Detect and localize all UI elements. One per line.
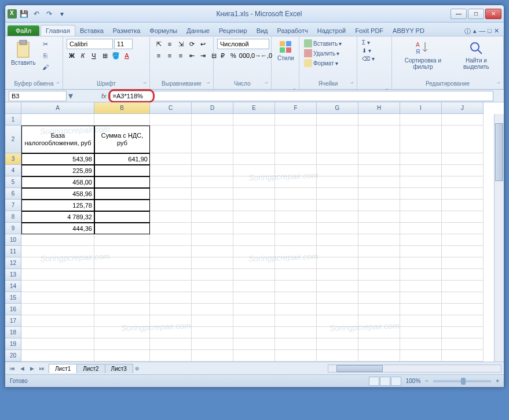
cell-C3[interactable] (150, 153, 192, 165)
cell-A15[interactable] (21, 292, 94, 304)
cell-B14[interactable] (94, 281, 150, 292)
cell-I19[interactable] (400, 338, 442, 350)
cell-D10[interactable] (192, 234, 233, 246)
cell-H16[interactable] (358, 304, 400, 315)
cell-A1[interactable] (21, 114, 94, 126)
cell-F7[interactable] (275, 200, 317, 211)
tab-view[interactable]: Вид (252, 25, 273, 36)
cell-J4[interactable] (442, 165, 484, 176)
cell-J3[interactable] (442, 153, 484, 165)
cell-A6[interactable]: 458,96 (21, 188, 94, 200)
cell-G1[interactable] (317, 114, 358, 126)
cell-D8[interactable] (192, 211, 233, 223)
view-pagebreak-button[interactable] (391, 377, 401, 386)
cell-F16[interactable] (275, 304, 317, 315)
row-header-4[interactable]: 4 (5, 165, 21, 176)
cell-H14[interactable] (358, 281, 400, 292)
row-header-2[interactable]: 2 (5, 126, 21, 153)
cell-A12[interactable] (21, 257, 94, 269)
cell-B5[interactable] (94, 176, 150, 188)
tab-review[interactable]: Рецензир (214, 25, 252, 36)
row-header-6[interactable]: 6 (5, 188, 21, 200)
cell-B12[interactable] (94, 257, 150, 269)
tab-home[interactable]: Главная (41, 25, 75, 36)
row-header-11[interactable]: 11 (5, 246, 21, 257)
undo-button[interactable]: ↶ (31, 8, 42, 20)
tab-addins[interactable]: Надстрой (313, 25, 350, 36)
maximize-button[interactable]: □ (468, 9, 484, 19)
cell-D13[interactable] (192, 269, 233, 281)
inc-decimal-button[interactable]: ,0→ (250, 50, 261, 61)
cell-G2[interactable] (317, 126, 358, 153)
cell-C4[interactable] (150, 165, 192, 176)
cell-H15[interactable] (358, 292, 400, 304)
cell-A20[interactable] (21, 350, 94, 362)
cell-A16[interactable] (21, 304, 94, 315)
cell-E18[interactable] (233, 327, 275, 338)
cell-F8[interactable] (275, 211, 317, 223)
cell-E2[interactable] (233, 126, 275, 153)
zoom-level[interactable]: 100% (406, 378, 421, 384)
cell-A10[interactable] (21, 234, 94, 246)
sheet-tab-3[interactable]: Лист3 (105, 364, 133, 373)
indent-inc-button[interactable]: ⇥ (197, 50, 208, 61)
clear-button[interactable]: ⌫ ▾ (361, 55, 376, 62)
cell-D4[interactable] (192, 165, 233, 176)
cell-E4[interactable] (233, 165, 275, 176)
cell-E7[interactable] (233, 200, 275, 211)
cell-C16[interactable] (150, 304, 192, 315)
cell-I10[interactable] (400, 234, 442, 246)
cell-G15[interactable] (317, 292, 358, 304)
cell-D2[interactable] (192, 126, 233, 153)
cell-J7[interactable] (442, 200, 484, 211)
cell-A5[interactable]: 458,00 (21, 176, 94, 188)
row-header-20[interactable]: 20 (5, 350, 21, 362)
grid-cells[interactable]: База налогообложения, рубСумма с НДС, ру… (21, 114, 504, 362)
cell-B7[interactable] (94, 200, 150, 211)
cell-B11[interactable] (94, 246, 150, 257)
align-bottom-button[interactable]: ⇲ (175, 39, 186, 49)
cell-C8[interactable] (150, 211, 192, 223)
cell-H1[interactable] (358, 114, 400, 126)
cell-E5[interactable] (233, 176, 275, 188)
row-header-3[interactable]: 3 (5, 153, 21, 165)
fill-color-button[interactable]: 🪣 (111, 50, 121, 61)
cell-E6[interactable] (233, 188, 275, 200)
cell-G16[interactable] (317, 304, 358, 315)
formula-bar[interactable]: =A3*118% (110, 91, 493, 101)
styles-button[interactable]: Стили (275, 39, 296, 62)
cell-J6[interactable] (442, 188, 484, 200)
align-right-button[interactable]: ≡ (175, 50, 186, 61)
cell-I1[interactable] (400, 114, 442, 126)
view-layout-button[interactable] (380, 377, 390, 386)
cell-H4[interactable] (358, 165, 400, 176)
cell-D12[interactable] (192, 257, 233, 269)
cell-F4[interactable] (275, 165, 317, 176)
namebox-dropdown[interactable]: ▾ (67, 90, 75, 101)
cell-G9[interactable] (317, 223, 358, 234)
cell-C6[interactable] (150, 188, 192, 200)
cell-G10[interactable] (317, 234, 358, 246)
cell-B18[interactable] (94, 327, 150, 338)
hscroll-thumb[interactable] (336, 365, 383, 372)
sheet-nav-next[interactable]: ▶ (27, 364, 36, 373)
cell-D19[interactable] (192, 338, 233, 350)
cell-B10[interactable] (94, 234, 150, 246)
cell-E3[interactable] (233, 153, 275, 165)
cell-E14[interactable] (233, 281, 275, 292)
cell-B4[interactable] (94, 165, 150, 176)
cell-E17[interactable] (233, 315, 275, 327)
cell-C14[interactable] (150, 281, 192, 292)
col-header-F[interactable]: F (275, 102, 317, 114)
cell-F6[interactable] (275, 188, 317, 200)
sort-filter-button[interactable]: АЯ Сортировка и фильтр (396, 39, 451, 71)
cell-E19[interactable] (233, 338, 275, 350)
cell-I4[interactable] (400, 165, 442, 176)
cell-I20[interactable] (400, 350, 442, 362)
font-name-select[interactable] (67, 39, 113, 49)
cell-D14[interactable] (192, 281, 233, 292)
cell-C11[interactable] (150, 246, 192, 257)
cell-I2[interactable] (400, 126, 442, 153)
row-header-13[interactable]: 13 (5, 269, 21, 281)
cell-H12[interactable] (358, 257, 400, 269)
